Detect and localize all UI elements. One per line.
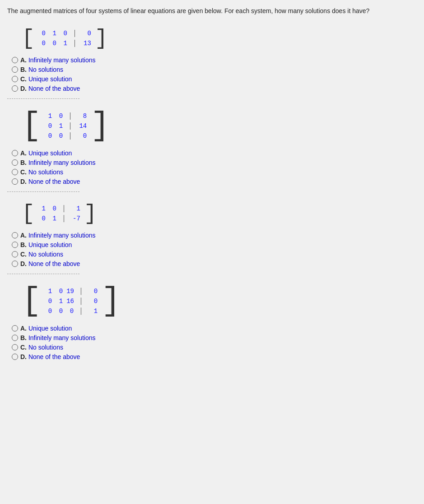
radio-button[interactable] bbox=[12, 242, 18, 248]
matrix-row: 01160 bbox=[45, 298, 98, 305]
option-label: C. No solutions bbox=[20, 168, 63, 176]
option-letter: D. bbox=[20, 260, 28, 267]
option-text: No solutions bbox=[28, 344, 63, 351]
matrix-cell: 0 bbox=[66, 308, 77, 315]
option-label: C. Unique solution bbox=[20, 75, 72, 83]
option-letter: A. bbox=[20, 232, 28, 239]
matrix-divider bbox=[81, 298, 81, 305]
option-item-c[interactable]: C. No solutions bbox=[12, 168, 417, 176]
option-letter: B. bbox=[20, 334, 28, 341]
radio-button[interactable] bbox=[12, 232, 18, 238]
option-item-b[interactable]: B. No solutions bbox=[12, 66, 417, 73]
option-text: Unique solution bbox=[28, 149, 72, 157]
matrix-divider bbox=[70, 112, 70, 120]
option-letter: A. bbox=[20, 149, 28, 157]
system-block-2: [1080114000]A. Unique solutionB. Infinit… bbox=[7, 105, 417, 192]
option-item-c[interactable]: C. No solutions bbox=[12, 344, 417, 351]
radio-button[interactable] bbox=[12, 66, 18, 73]
matrix-4: [10190011600001] bbox=[21, 285, 121, 317]
matrix-cell: 1 bbox=[38, 205, 49, 212]
matrix-cell: 0 bbox=[45, 122, 56, 130]
matrix-row: 101 bbox=[38, 205, 80, 212]
option-label: B. No solutions bbox=[20, 66, 63, 73]
option-label: C. No solutions bbox=[20, 251, 63, 258]
option-text: None of the above bbox=[28, 85, 80, 92]
option-item-d[interactable]: D. None of the above bbox=[12, 178, 417, 185]
matrix-rhs-cell: 0 bbox=[79, 30, 91, 37]
option-label: C. No solutions bbox=[20, 344, 63, 351]
matrix-rhs-cell: 0 bbox=[74, 132, 87, 140]
matrix-divider bbox=[64, 205, 64, 212]
radio-button[interactable] bbox=[12, 325, 18, 331]
matrix-rhs-cell: -7 bbox=[68, 215, 80, 222]
option-text: None of the above bbox=[28, 178, 80, 185]
matrix-rhs-cell: 0 bbox=[85, 288, 98, 295]
matrix-row: 0114 bbox=[45, 122, 87, 130]
option-item-a[interactable]: A. Infinitely many solutions bbox=[12, 232, 417, 239]
matrix-2: [1080114000] bbox=[21, 110, 111, 142]
radio-button[interactable] bbox=[12, 150, 18, 156]
radio-button[interactable] bbox=[12, 169, 18, 175]
matrix-divider bbox=[81, 288, 81, 295]
option-item-c[interactable]: C. No solutions bbox=[12, 251, 417, 258]
matrix-cell: 0 bbox=[49, 205, 60, 212]
option-item-d[interactable]: D. None of the above bbox=[12, 353, 417, 360]
matrix-row: 108 bbox=[45, 112, 87, 120]
option-letter: B. bbox=[20, 159, 28, 166]
radio-button[interactable] bbox=[12, 178, 18, 185]
matrix-cell: 0 bbox=[56, 132, 66, 140]
option-item-a[interactable]: A. Unique solution bbox=[12, 149, 417, 157]
system-block-4: [10190011600001]A. Unique solutionB. Inf… bbox=[7, 280, 417, 360]
options-group-1: A. Infinitely many solutionsB. No soluti… bbox=[12, 56, 417, 92]
option-letter: A. bbox=[20, 56, 28, 64]
option-item-a[interactable]: A. Unique solution bbox=[12, 325, 417, 332]
matrix-divider bbox=[81, 308, 81, 315]
matrix-row: 0001 bbox=[45, 308, 98, 315]
radio-button[interactable] bbox=[12, 261, 18, 267]
matrix-divider bbox=[70, 132, 70, 140]
option-item-d[interactable]: D. None of the above bbox=[12, 260, 417, 267]
option-letter: C. bbox=[20, 344, 28, 351]
matrix-cell: 0 bbox=[60, 30, 71, 37]
matrix-cell: 0 bbox=[56, 288, 66, 295]
matrix-cell: 0 bbox=[45, 132, 56, 140]
bracket-right-icon: ] bbox=[100, 285, 121, 317]
option-item-b[interactable]: B. Infinitely many solutions bbox=[12, 159, 417, 166]
radio-button[interactable] bbox=[12, 57, 18, 63]
bracket-left-icon: [ bbox=[21, 110, 42, 142]
option-letter: A. bbox=[20, 325, 28, 332]
option-item-b[interactable]: B. Infinitely many solutions bbox=[12, 334, 417, 341]
option-letter: D. bbox=[20, 178, 28, 185]
option-label: A. Unique solution bbox=[20, 149, 72, 157]
option-item-b[interactable]: B. Unique solution bbox=[12, 241, 417, 248]
option-text: None of the above bbox=[28, 353, 80, 360]
radio-button[interactable] bbox=[12, 354, 18, 360]
intro-text: The augmented matrices of four systems o… bbox=[7, 6, 417, 16]
option-item-c[interactable]: C. Unique solution bbox=[12, 75, 417, 83]
option-item-d[interactable]: D. None of the above bbox=[12, 85, 417, 92]
radio-button[interactable] bbox=[12, 85, 18, 92]
matrix-cell: 1 bbox=[45, 288, 56, 295]
options-group-4: A. Unique solutionB. Infinitely many sol… bbox=[12, 325, 417, 360]
matrix-divider bbox=[64, 215, 64, 222]
option-text: Infinitely many solutions bbox=[28, 56, 96, 64]
radio-button[interactable] bbox=[12, 251, 18, 257]
matrix-cell: 1 bbox=[49, 215, 60, 222]
option-text: Unique solution bbox=[28, 75, 72, 83]
matrix-row: 000 bbox=[45, 132, 87, 140]
option-letter: D. bbox=[20, 353, 28, 360]
bracket-right-icon: ] bbox=[89, 110, 111, 142]
matrix-cell: 1 bbox=[49, 30, 60, 37]
system-block-3: [10101-7]A. Infinitely many solutionsB. … bbox=[7, 198, 417, 274]
option-letter: C. bbox=[20, 168, 28, 176]
radio-button[interactable] bbox=[12, 159, 18, 166]
option-text: Infinitely many solutions bbox=[28, 232, 96, 239]
option-text: Unique solution bbox=[28, 325, 72, 332]
option-label: D. None of the above bbox=[20, 353, 80, 360]
radio-button[interactable] bbox=[12, 76, 18, 82]
radio-button[interactable] bbox=[12, 344, 18, 350]
matrix-row: 01-7 bbox=[38, 215, 80, 222]
matrix-cell: 0 bbox=[56, 112, 66, 120]
radio-button[interactable] bbox=[12, 335, 18, 341]
option-item-a[interactable]: A. Infinitely many solutions bbox=[12, 56, 417, 64]
